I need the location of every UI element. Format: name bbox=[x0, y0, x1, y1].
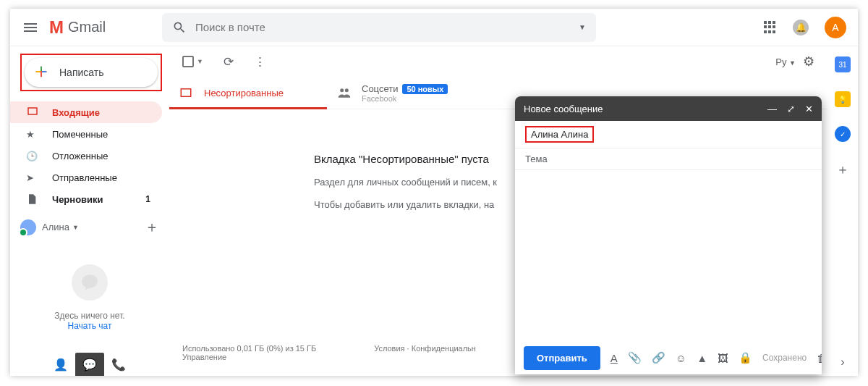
minimize-icon[interactable]: — bbox=[767, 104, 777, 114]
recipient-highlight: Алина Алина bbox=[525, 126, 594, 143]
user-avatar-icon bbox=[20, 219, 36, 235]
add-addon-icon[interactable]: ＋ bbox=[835, 161, 851, 177]
clock-icon: 🕒 bbox=[26, 151, 42, 161]
keep-addon-icon[interactable]: 💡 bbox=[835, 91, 851, 107]
start-chat-link[interactable]: Начать чат bbox=[68, 321, 112, 331]
contacts-tab-icon[interactable]: 👤 bbox=[46, 353, 75, 376]
saved-label: Сохранено bbox=[762, 353, 807, 363]
discard-icon[interactable]: 🗑 bbox=[817, 352, 822, 364]
primary-tab-icon bbox=[179, 86, 195, 99]
apps-icon[interactable] bbox=[764, 21, 777, 34]
sidebar-item-drafts[interactable]: Черновики 1 bbox=[10, 188, 162, 210]
storage-text: Использовано 0,01 ГБ (0%) из 15 ГБ bbox=[182, 344, 316, 353]
compose-label: Написать bbox=[59, 67, 103, 78]
tasks-addon-icon[interactable]: ✓ bbox=[835, 126, 851, 142]
attach-icon[interactable]: 📎 bbox=[628, 351, 642, 364]
gmail-logo: M Gmail bbox=[49, 17, 162, 38]
hangouts-user[interactable]: Алина ▼ ＋ bbox=[10, 210, 169, 237]
sidebar-item-snoozed[interactable]: 🕒 Отложенные bbox=[10, 145, 162, 167]
input-tools[interactable]: Ру ▼ bbox=[775, 56, 796, 67]
fullscreen-icon[interactable]: ⤢ bbox=[787, 104, 795, 114]
social-tab-icon bbox=[337, 85, 353, 100]
notifications-icon[interactable]: 🔔 bbox=[793, 20, 809, 35]
sidebar-item-starred[interactable]: ★ Помеченные bbox=[10, 123, 162, 145]
settings-icon[interactable]: ⚙ bbox=[803, 54, 814, 70]
more-icon[interactable]: ⋮ bbox=[254, 54, 266, 70]
hangouts-empty: Здесь ничего нет. Начать чат bbox=[10, 264, 169, 331]
svg-rect-0 bbox=[181, 89, 191, 97]
compose-window: Новое сообщение — ⤢ ✕ Алина Алина Тема О… bbox=[515, 96, 822, 374]
caret-down-icon: ▼ bbox=[72, 224, 79, 231]
calendar-addon-icon[interactable]: 31 bbox=[835, 56, 851, 72]
confidential-icon[interactable]: 🔒 bbox=[739, 351, 752, 364]
close-icon[interactable]: ✕ bbox=[805, 104, 813, 114]
send-button[interactable]: Отправить bbox=[524, 346, 600, 370]
storage-manage-link[interactable]: Управление bbox=[182, 353, 226, 361]
select-caret-icon[interactable]: ▼ bbox=[197, 58, 203, 65]
sidebar-item-sent[interactable]: ➤ Отправленные bbox=[10, 167, 162, 188]
emoji-icon[interactable]: ☺ bbox=[676, 352, 686, 364]
compose-highlight: Написать bbox=[20, 54, 162, 91]
plus-icon bbox=[33, 64, 49, 80]
recipient-field[interactable]: Алина Алина bbox=[515, 121, 822, 148]
search-icon bbox=[172, 20, 187, 35]
main-menu-icon[interactable] bbox=[22, 19, 39, 36]
search-input[interactable] bbox=[195, 21, 579, 33]
drive-icon[interactable]: ▲ bbox=[697, 352, 707, 364]
inbox-icon bbox=[26, 106, 42, 119]
subject-field[interactable]: Тема bbox=[515, 148, 822, 170]
search-bar[interactable]: ▼ bbox=[162, 13, 596, 42]
collapse-panel-icon[interactable]: › bbox=[841, 356, 844, 369]
svg-point-2 bbox=[345, 88, 349, 92]
sidebar-item-inbox[interactable]: Входящие bbox=[10, 101, 162, 123]
send-icon: ➤ bbox=[26, 172, 42, 183]
search-options-caret-icon[interactable]: ▼ bbox=[579, 23, 586, 31]
account-avatar[interactable]: А bbox=[825, 17, 846, 38]
compose-title: Новое сообщение bbox=[524, 104, 603, 114]
link-icon[interactable]: 🔗 bbox=[652, 351, 665, 364]
compose-body[interactable] bbox=[515, 170, 822, 341]
svg-point-1 bbox=[340, 88, 344, 92]
star-icon: ★ bbox=[26, 129, 42, 140]
select-all-checkbox[interactable] bbox=[182, 56, 194, 67]
new-chat-icon[interactable]: ＋ bbox=[145, 217, 159, 237]
side-panel: 31 💡 ✓ ＋ › bbox=[827, 46, 858, 376]
hangouts-tab-icon[interactable]: 💬 bbox=[75, 353, 104, 376]
terms-link[interactable]: Условия bbox=[374, 344, 404, 353]
refresh-icon[interactable]: ⟳ bbox=[224, 54, 234, 70]
image-icon[interactable]: 🖼 bbox=[718, 352, 728, 364]
draft-icon bbox=[26, 193, 42, 205]
hangouts-icon bbox=[72, 264, 108, 301]
phone-tab-icon[interactable]: 📞 bbox=[104, 353, 133, 376]
tab-primary[interactable]: Несортированные bbox=[169, 77, 327, 109]
tab-social[interactable]: Соцсети50 новых Facebook bbox=[327, 77, 485, 109]
privacy-link[interactable]: Конфиденциальн bbox=[412, 344, 476, 353]
format-icon[interactable]: A bbox=[610, 352, 618, 364]
sidebar: Написать Входящие ★ Помеченные 🕒 Отложен… bbox=[10, 46, 169, 376]
compose-button[interactable]: Написать bbox=[25, 58, 158, 87]
